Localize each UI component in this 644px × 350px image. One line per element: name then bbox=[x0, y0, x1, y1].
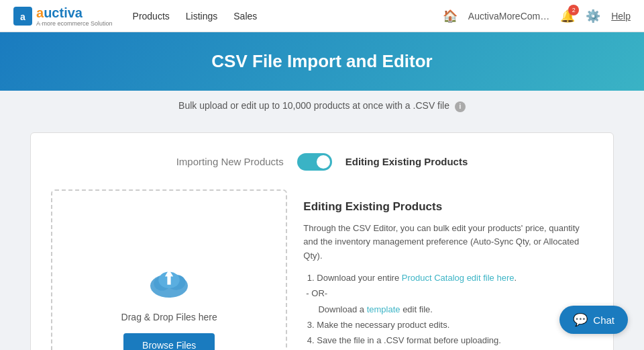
page-banner: CSV File Import and Editor bbox=[0, 32, 644, 91]
nav-sales[interactable]: Sales bbox=[233, 11, 257, 21]
editing-steps: Download your entire Product Catalog edi… bbox=[317, 270, 593, 350]
gear-icon[interactable]: ⚙️ bbox=[586, 9, 600, 24]
help-link[interactable]: Help bbox=[611, 11, 631, 21]
bell-wrap: 🔔 2 bbox=[560, 9, 575, 24]
cloud-upload-icon bbox=[146, 261, 193, 304]
editing-panel: Editing Existing Products Through the CS… bbox=[303, 189, 593, 351]
toggle-right-label: Editing Existing Products bbox=[345, 156, 468, 167]
template-link[interactable]: template bbox=[367, 304, 400, 314]
toggle-left-label: Importing New Products bbox=[176, 156, 284, 167]
toggle-row: Importing New Products Editing Existing … bbox=[51, 153, 593, 171]
user-text[interactable]: AuctivaMoreCom… bbox=[468, 11, 549, 21]
navbar: a auctiva A·more ecommerce Solution Prod… bbox=[0, 0, 644, 32]
page-subtitle: Bulk upload or edit up to 10,000 product… bbox=[0, 91, 644, 122]
notification-badge: 2 bbox=[568, 5, 579, 15]
toggle-slider bbox=[297, 153, 332, 171]
panels-row: Drag & Drop Files here Browse Files Edit… bbox=[51, 189, 593, 351]
browse-files-button[interactable]: Browse Files bbox=[123, 333, 215, 350]
upload-panel: Drag & Drop Files here Browse Files bbox=[51, 189, 287, 351]
step-3: Save the file in a .CSV format before up… bbox=[317, 333, 593, 348]
editing-intro: Through the CSV Editor, you can bulk edi… bbox=[303, 222, 593, 263]
nav-listings[interactable]: Listings bbox=[186, 11, 217, 21]
main-content: Importing New Products Editing Existing … bbox=[30, 132, 614, 351]
editing-title: Editing Existing Products bbox=[303, 200, 593, 214]
chat-icon: 💬 bbox=[573, 312, 588, 327]
subtitle-text: Bulk upload or edit up to 10,000 product… bbox=[178, 100, 449, 111]
step-1: Download your entire Product Catalog edi… bbox=[317, 270, 593, 286]
chat-bubble[interactable]: 💬 Chat bbox=[559, 306, 628, 334]
info-icon[interactable]: i bbox=[455, 101, 466, 112]
home-icon[interactable]: 🏠 bbox=[443, 9, 458, 24]
toggle-switch[interactable] bbox=[297, 153, 332, 171]
step-or: - OR- Download a template edit file. bbox=[306, 286, 593, 317]
page-title: CSV File Import and Editor bbox=[13, 51, 631, 72]
navbar-right: 🏠 AuctivaMoreCom… 🔔 2 ⚙️ Help bbox=[443, 9, 631, 24]
logo-sub: A·more ecommerce Solution bbox=[36, 21, 113, 27]
logo-text: auctiva bbox=[36, 5, 83, 20]
drag-drop-text: Drag & Drop Files here bbox=[121, 312, 217, 322]
navbar-links: Products Listings Sales bbox=[133, 11, 443, 21]
auctiva-logo-icon: a bbox=[13, 7, 32, 26]
svg-text:a: a bbox=[20, 11, 25, 22]
logo: a auctiva A·more ecommerce Solution bbox=[13, 5, 113, 27]
nav-products[interactable]: Products bbox=[133, 11, 170, 21]
chat-label: Chat bbox=[593, 314, 614, 326]
catalog-link[interactable]: Product Catalog edit file here bbox=[402, 273, 515, 283]
step-2: Make the necessary product edits. bbox=[317, 317, 593, 333]
